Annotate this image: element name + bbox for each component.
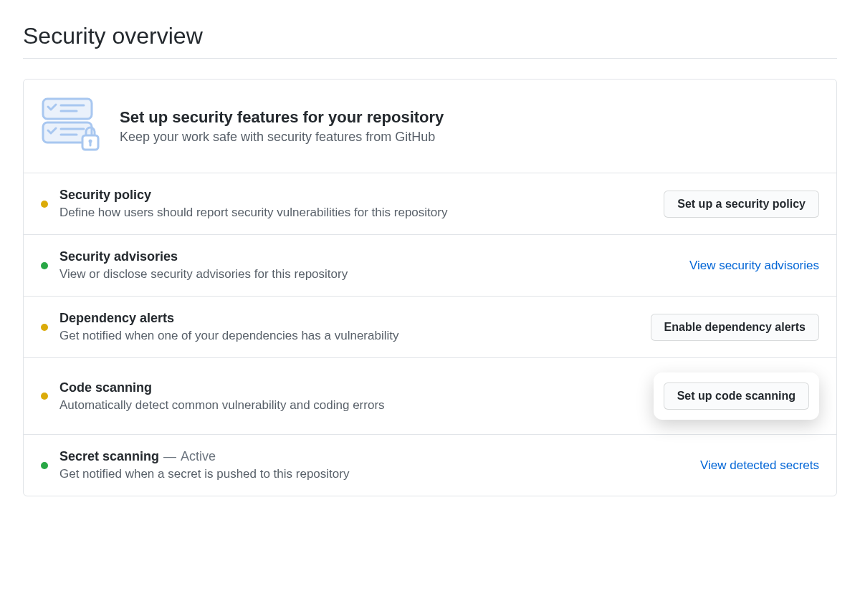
row-title: Code scanning	[59, 380, 152, 395]
row-title: Security policy	[59, 188, 151, 203]
enable-dependency-alerts-button[interactable]: Enable dependency alerts	[651, 314, 819, 341]
row-desc: Automatically detect common vulnerabilit…	[59, 398, 642, 413]
dash-separator: —	[163, 449, 176, 464]
panel-header: Set up security features for your reposi…	[24, 80, 836, 173]
row-status-label: Active	[181, 449, 216, 464]
row-title: Security advisories	[59, 249, 178, 264]
highlight-wrap: Set up code scanning	[654, 372, 819, 420]
checklist-lock-icon	[41, 97, 102, 155]
status-dot-icon	[41, 393, 48, 400]
setup-code-scanning-button[interactable]: Set up code scanning	[664, 382, 809, 410]
view-detected-secrets-link[interactable]: View detected secrets	[700, 458, 819, 472]
status-dot-icon	[41, 262, 48, 269]
panel-header-subtitle: Keep your work safe with security featur…	[120, 130, 444, 145]
dependency-alerts-row: Dependency alerts Get notified when one …	[24, 297, 836, 358]
view-security-advisories-link[interactable]: View security advisories	[689, 259, 819, 272]
row-desc: Get notified when a secret is pushed to …	[59, 467, 689, 481]
row-desc: Get notified when one of your dependenci…	[59, 329, 639, 343]
setup-security-policy-button[interactable]: Set up a security policy	[664, 191, 819, 218]
row-desc: View or disclose security advisories for…	[59, 267, 678, 281]
row-desc: Define how users should report security …	[59, 206, 652, 220]
secret-scanning-row: Secret scanning — Active Get notified wh…	[24, 435, 836, 496]
status-dot-icon	[41, 324, 48, 331]
code-scanning-row: Code scanning Automatically detect commo…	[24, 358, 836, 435]
security-advisories-row: Security advisories View or disclose sec…	[24, 235, 836, 297]
status-dot-icon	[41, 462, 48, 469]
row-title: Secret scanning	[59, 449, 159, 464]
row-title: Dependency alerts	[59, 311, 174, 326]
status-dot-icon	[41, 201, 48, 208]
security-policy-row: Security policy Define how users should …	[24, 173, 836, 235]
panel-header-title: Set up security features for your reposi…	[120, 108, 444, 127]
page-title: Security overview	[23, 23, 837, 59]
security-features-panel: Set up security features for your reposi…	[23, 79, 837, 496]
